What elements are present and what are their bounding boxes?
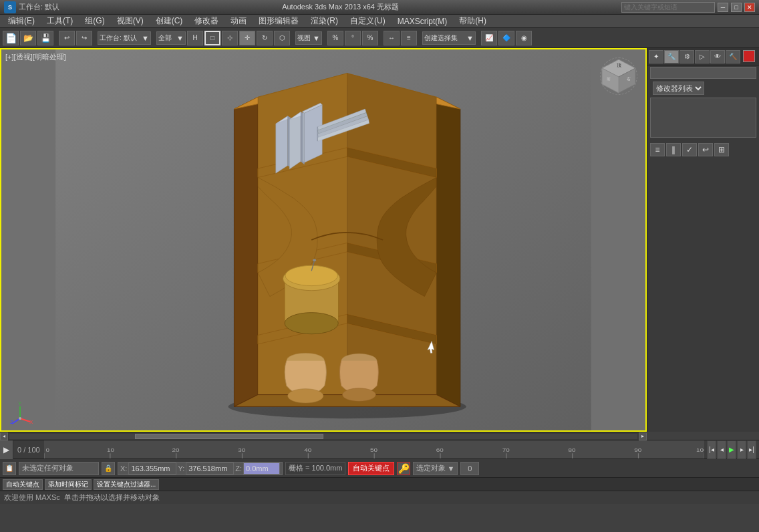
coord-z-label: Z: (235, 464, 242, 473)
svg-point-39 (285, 313, 338, 334)
toolbar: 📄 📂 💾 ↩ ↪ 工作台: 默认 ▼ 全部 ▼ H □ ⊹ ✛ ↻ ⬡ 视图 … (0, 28, 759, 48)
svg-text:50: 50 (370, 447, 377, 453)
timeline-label: 0 / 100 (13, 446, 44, 454)
set-keyframe-button[interactable]: 自动关键点 (3, 479, 43, 490)
object-name-input[interactable] (650, 67, 756, 79)
scale-button[interactable]: ⬡ (274, 31, 290, 45)
maximize-button[interactable]: □ (731, 3, 742, 12)
coord-x-input[interactable] (128, 462, 176, 475)
modifier-list-select[interactable]: 修改器列表 (653, 82, 704, 95)
next-frame-button[interactable]: ▸ (737, 440, 746, 459)
svg-text:Z: Z (10, 419, 13, 425)
play-button[interactable]: ▶ (727, 440, 736, 459)
menu-item-customize[interactable]: 自定义(U) (345, 15, 391, 27)
add-note-button[interactable]: 添加时间标记 (45, 479, 92, 490)
viewport-label: [+][透视][明暗处理] (5, 52, 66, 62)
minimize-button[interactable]: ─ (718, 3, 728, 12)
horizontal-scrollbar: ◂ ▸ (0, 432, 647, 440)
rpanel-tab-utilities[interactable]: 🔨 (726, 50, 740, 63)
move-button[interactable]: ✛ (239, 31, 255, 45)
rpanel-tab-create[interactable]: ✦ (649, 50, 663, 63)
svg-marker-9 (436, 97, 460, 406)
menu-item-help[interactable]: 帮助(H) (454, 15, 492, 27)
align-button[interactable]: ≡ (401, 31, 417, 45)
mirror-button[interactable]: ↔ (384, 31, 400, 45)
timeline-play-button[interactable]: ▶ (0, 440, 13, 459)
close-button[interactable]: ✕ (744, 3, 755, 12)
coord-z-input[interactable] (243, 462, 280, 475)
svg-text:60: 60 (436, 447, 443, 453)
rpanel-tab-display[interactable]: 👁 (710, 50, 725, 63)
scroll-track[interactable] (9, 434, 637, 439)
go-end-button[interactable]: ▸| (747, 440, 756, 459)
set-keys-button[interactable]: 🔑 (397, 462, 410, 475)
svg-text:20: 20 (172, 447, 179, 453)
schematic-button[interactable]: 🔷 (498, 31, 514, 45)
remove-button[interactable]: ↩ (698, 143, 713, 156)
timeline-bar[interactable]: 0 10 20 30 40 50 60 70 80 90 100 (44, 440, 704, 458)
titlebar-title: Autodesk 3ds Max 2013 x64 无标题 (59, 2, 621, 12)
apply-button[interactable]: ✓ (682, 143, 697, 156)
rpanel-modifier-area: 修改器列表 (647, 80, 759, 142)
menu-item-modifier[interactable]: 修改器 (189, 15, 224, 27)
options-button[interactable]: ⊞ (714, 143, 729, 156)
workbench-label: 工作台: 默认 (19, 2, 59, 12)
coord-y-input[interactable] (186, 462, 234, 475)
angle-snap[interactable]: ° (345, 31, 361, 45)
svg-point-45 (288, 389, 323, 403)
select-by-name-button[interactable]: H (187, 31, 203, 45)
svg-text:90: 90 (634, 447, 641, 453)
save-button[interactable]: 💾 (37, 31, 53, 45)
menu-item-animate[interactable]: 动画 (225, 15, 252, 27)
svg-point-55 (19, 417, 21, 420)
coord-dropdown[interactable]: 视图 ▼ (295, 31, 322, 45)
select-button[interactable]: ⊹ (222, 31, 238, 45)
rpanel-tab-motion[interactable]: ▷ (695, 50, 710, 63)
curve-editor-button[interactable]: 📈 (481, 31, 497, 45)
selection-filter-dropdown[interactable]: 选定对象 ▼ (413, 462, 458, 475)
menu-item-render[interactable]: 渲染(R) (305, 15, 343, 27)
redo-button[interactable]: ↪ (76, 31, 92, 45)
rpanel-color-swatch[interactable] (743, 50, 755, 62)
axis-indicator: Z X Y (7, 398, 33, 425)
timeline: ▶ 0 / 100 0 10 20 30 40 50 60 70 80 90 (0, 440, 759, 458)
workbench-dropdown[interactable]: 工作台: 默认 ▼ (98, 31, 151, 45)
scroll-left-arrow[interactable]: ◂ (0, 432, 8, 440)
rpanel-tab-hierarchy[interactable]: ⚙ (679, 50, 694, 63)
menu-item-tools[interactable]: 工具(T) (41, 15, 78, 27)
go-start-button[interactable]: |◂ (707, 440, 716, 459)
new-button[interactable]: 📄 (3, 31, 19, 45)
modifier-stack-list[interactable] (650, 98, 756, 138)
app-logo: S (4, 1, 16, 13)
scroll-thumb[interactable] (135, 434, 323, 439)
auto-keyframe-button[interactable]: 自动关键点 (348, 462, 394, 475)
coord-label: 视图 (297, 33, 311, 43)
menu-item-view[interactable]: 视图(V) (112, 15, 149, 27)
material-editor-button[interactable]: ◉ (516, 31, 532, 45)
filter-dropdown[interactable]: 全部 ▼ (156, 31, 186, 45)
titlebar: S 工作台: 默认 Autodesk 3ds Max 2013 x64 无标题 … (0, 0, 759, 15)
menu-item-maxscript[interactable]: MAXScript(M) (392, 16, 453, 27)
rpanel-tab-modify[interactable]: 🔧 (664, 50, 679, 63)
menu-item-grapheditor[interactable]: 图形编辑器 (253, 15, 304, 27)
scroll-right-arrow[interactable]: ▸ (639, 432, 647, 440)
controlbar: 自动关键点 添加时间标记 设置关键点过滤器... (0, 477, 759, 491)
configure-button[interactable]: ‖ (666, 143, 681, 156)
menu-item-edit[interactable]: 编辑(E) (3, 15, 40, 27)
rect-select-button[interactable]: □ (204, 31, 220, 45)
search-input[interactable] (621, 2, 715, 13)
rotate-button[interactable]: ↻ (257, 31, 273, 45)
undo-button[interactable]: ↩ (59, 31, 75, 45)
promptbar: 欢迎使用 MAXSc 单击并拖动以选择并移动对象 (0, 491, 759, 504)
open-button[interactable]: 📂 (20, 31, 36, 45)
menu-item-group[interactable]: 组(G) (80, 15, 110, 27)
menu-item-create[interactable]: 创建(C) (150, 15, 188, 27)
prev-frame-button[interactable]: ◂ (717, 440, 726, 459)
viewport[interactable]: [+][透视][明暗处理] 顶 右 前 (0, 48, 647, 432)
selection-set-input[interactable]: 创建选择集 ▼ (422, 31, 476, 45)
pin-stack-button[interactable]: ≡ (650, 143, 665, 156)
snap-toggle[interactable]: % (327, 31, 343, 45)
percent-snap[interactable]: % (362, 31, 378, 45)
key-filters-button[interactable]: 设置关键点过滤器... (94, 479, 159, 490)
lock-icon[interactable]: 🔒 (102, 462, 115, 475)
